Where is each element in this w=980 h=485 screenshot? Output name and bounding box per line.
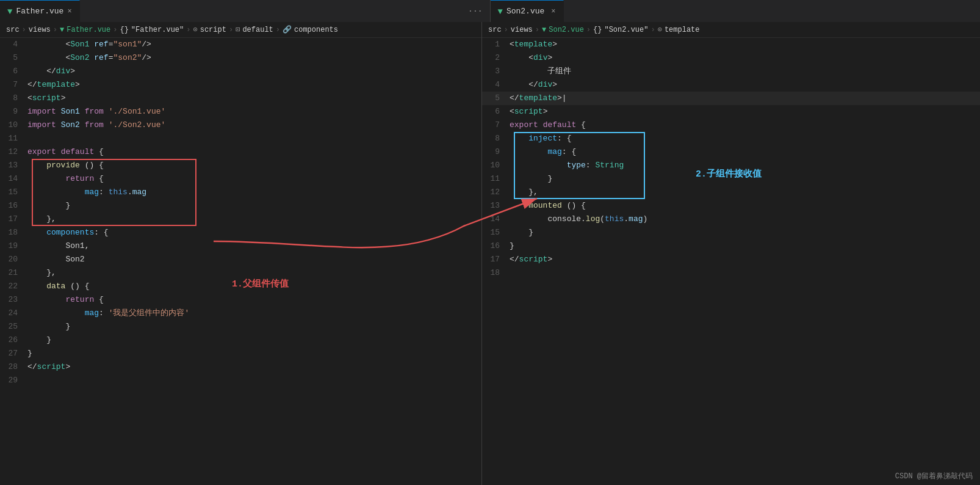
code-token	[538, 120, 543, 129]
code-token: div	[533, 53, 547, 62]
line-number: 15	[482, 226, 510, 239]
bc-template-icon: ⊙	[658, 25, 662, 34]
code-token: </	[27, 80, 37, 89]
code-token	[27, 53, 65, 62]
table-row: 4 </div>	[482, 78, 980, 92]
code-token: },	[46, 268, 56, 277]
code-token: Son1	[70, 40, 89, 49]
line-number: 2	[482, 51, 510, 65]
code-token: mag	[629, 214, 643, 224]
table-row: 23 return {	[0, 293, 481, 307]
tab-son2-vue[interactable]: ▼ Son2.vue ×	[491, 0, 564, 22]
line-number: 10	[0, 119, 27, 132]
line-content: type: String	[510, 159, 980, 172]
line-number: 10	[482, 159, 510, 172]
left-code-area: 4 <Son1 ref="son1"/>5 <Son2 ref="son2"/>…	[0, 38, 481, 485]
right-tab-close[interactable]: ×	[551, 7, 555, 16]
line-number: 15	[0, 186, 27, 199]
left-breadcrumb: src › views › ▼ Father.vue › {} "Father.…	[0, 22, 481, 38]
code-token: default	[543, 120, 577, 129]
bc-vue-icon-right: ▼	[542, 26, 546, 34]
table-row: 19 Son1,	[0, 239, 481, 253]
line-content: },	[510, 186, 980, 199]
code-token: <	[27, 93, 32, 103]
line-content: import Son1 from './Son1.vue'	[27, 105, 481, 119]
code-token	[27, 67, 46, 76]
code-token: .	[624, 214, 629, 224]
table-row: 13 mounted () {	[482, 199, 980, 213]
line-content: <template>	[510, 38, 980, 51]
tab-more-button[interactable]: ···	[461, 0, 489, 22]
code-token: </	[510, 93, 519, 103]
line-content: }	[27, 347, 481, 360]
left-tab-close[interactable]: ×	[67, 7, 71, 16]
line-number: 5	[0, 51, 27, 65]
code-token	[510, 174, 547, 183]
line-number: 4	[482, 78, 510, 92]
code-token	[576, 120, 581, 129]
table-row: 12export default {	[0, 145, 481, 159]
code-token	[510, 188, 528, 197]
code-token: {	[581, 201, 586, 210]
right-code-lines: 1<template>2 <div>3 子组件4 </div>5</templa…	[482, 38, 980, 280]
code-token: log	[586, 214, 600, 224]
bc-fathervue-str: "Father.vue"	[131, 26, 184, 34]
line-content: mag: {	[510, 145, 980, 159]
bc-obj-right: {}	[593, 26, 602, 34]
code-token: :	[557, 134, 567, 143]
line-content: <Son1 ref="son1"/>	[27, 38, 481, 51]
code-token: >	[65, 362, 70, 371]
table-row: 7</template>	[0, 78, 481, 92]
code-token: >	[75, 80, 80, 89]
table-row: 28</script>	[0, 360, 481, 374]
code-token	[27, 214, 46, 224]
line-number: 17	[482, 253, 510, 266]
table-row: 1<template>	[482, 38, 980, 51]
code-token: </	[46, 67, 56, 76]
table-row: 26 }	[0, 334, 481, 347]
code-token: (	[600, 214, 605, 224]
table-row: 16 }	[0, 199, 481, 213]
line-content	[27, 374, 481, 387]
code-token: script	[514, 107, 543, 116]
code-token: script	[519, 255, 548, 264]
code-token: :	[94, 228, 104, 237]
code-token: '我是父组件中的内容'	[109, 308, 190, 318]
code-token: template	[514, 40, 552, 49]
code-token: Son1	[65, 241, 84, 250]
code-token	[510, 67, 547, 76]
code-token: <	[510, 40, 514, 49]
code-token: {	[99, 161, 104, 170]
code-token: Son1	[61, 107, 80, 116]
line-number: 20	[0, 253, 27, 266]
table-row: 24 mag: '我是父组件中的内容'	[0, 307, 481, 320]
table-row: 2 <div>	[482, 51, 980, 65]
line-content: }	[27, 199, 481, 213]
table-row: 11 }	[482, 172, 980, 186]
code-token: >	[547, 53, 552, 62]
line-content: }	[27, 320, 481, 334]
table-row: 15 }	[482, 226, 980, 239]
line-content: </div>	[510, 78, 980, 92]
code-token: </	[27, 362, 37, 371]
code-token: this	[109, 188, 128, 197]
line-content: <Son2 ref="son2"/>	[27, 51, 481, 65]
line-content: }	[27, 334, 481, 347]
code-token: components	[46, 228, 94, 237]
code-token: >	[547, 255, 552, 264]
code-token: return	[65, 174, 94, 183]
code-token: |	[562, 93, 567, 103]
code-token: .	[581, 214, 586, 224]
code-token	[94, 174, 99, 183]
code-token: inject	[528, 134, 557, 143]
code-token	[80, 282, 85, 291]
code-token: script	[37, 362, 66, 371]
table-row: 15 mag: this.mag	[0, 186, 481, 199]
tab-father-vue[interactable]: ▼ Father.vue ×	[0, 0, 80, 22]
line-content: },	[27, 213, 481, 226]
code-token: default	[61, 147, 95, 156]
code-token: from	[85, 120, 104, 129]
table-row: 12 },	[482, 186, 980, 199]
code-token: "son1"	[113, 40, 142, 49]
bc-template-right: template	[665, 26, 700, 34]
